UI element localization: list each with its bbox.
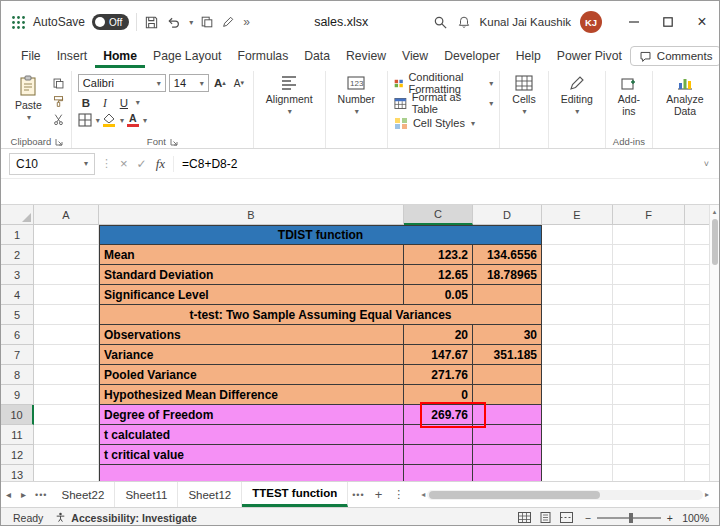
cell-E1[interactable]: [542, 225, 613, 245]
cell-D4[interactable]: [473, 285, 542, 305]
cell-B11[interactable]: t calculated: [99, 425, 404, 445]
row-header-3[interactable]: 3: [1, 265, 34, 285]
new-sheet-icon[interactable]: +: [369, 487, 389, 502]
paste-dropdown-icon[interactable]: ▾: [27, 113, 31, 122]
cell-A4[interactable]: [34, 285, 99, 305]
tab-file[interactable]: File: [13, 45, 49, 68]
insert-function-icon[interactable]: fx: [156, 156, 165, 172]
cell-F12[interactable]: [613, 445, 685, 465]
font-color-dropdown-icon[interactable]: ▾: [143, 116, 147, 125]
cell-D2[interactable]: 134.6556: [473, 245, 542, 265]
cell-A9[interactable]: [34, 385, 99, 405]
cell-G1[interactable]: [685, 225, 711, 245]
document-title[interactable]: sales.xlsx: [250, 15, 433, 29]
cell-A13[interactable]: [34, 465, 99, 481]
row-header-8[interactable]: 8: [1, 365, 34, 385]
addins-button[interactable]: Add-ins: [612, 74, 646, 118]
cell-B5-merged[interactable]: t-test: Two Sample Assuming Equal Varian…: [99, 305, 542, 325]
search-icon[interactable]: [433, 15, 448, 30]
row-header-9[interactable]: 9: [1, 385, 34, 405]
row-header-5[interactable]: 5: [1, 305, 34, 325]
font-color-button[interactable]: A: [127, 113, 139, 127]
sheet-prev-icon[interactable]: ◂: [1, 489, 16, 500]
cell-D11[interactable]: [473, 425, 542, 445]
cell-F6[interactable]: [613, 325, 685, 345]
cell-B12[interactable]: t critical value: [99, 445, 404, 465]
zoom-slider-knob[interactable]: [629, 513, 633, 523]
cell-E2[interactable]: [542, 245, 613, 265]
dialog-launcher-icon[interactable]: [55, 138, 63, 146]
cell-A11[interactable]: [34, 425, 99, 445]
tab-help[interactable]: Help: [508, 45, 549, 68]
underline-button[interactable]: U: [116, 94, 132, 111]
cell-B13[interactable]: [99, 465, 404, 481]
format-as-table-button[interactable]: Format as Table ▾: [394, 94, 493, 112]
tab-insert[interactable]: Insert: [49, 45, 95, 68]
cell-G4[interactable]: [685, 285, 711, 305]
cell-F5[interactable]: [613, 305, 685, 325]
cell-A10[interactable]: [34, 405, 99, 425]
bold-button[interactable]: B: [78, 94, 94, 111]
cell-B1-merged[interactable]: TDIST function: [99, 225, 542, 245]
save-icon[interactable]: [144, 15, 159, 30]
row-header-4[interactable]: 4: [1, 285, 34, 305]
analyze-data-button[interactable]: Analyze Data: [659, 74, 711, 118]
formula-bar-handle-icon[interactable]: ⋮: [95, 157, 118, 170]
column-header-partial[interactable]: [685, 205, 711, 225]
horizontal-scroll-track[interactable]: [427, 490, 703, 500]
cell-B3[interactable]: Standard Deviation: [99, 265, 404, 285]
column-header-A[interactable]: A: [34, 205, 99, 225]
row-header-7[interactable]: 7: [1, 345, 34, 365]
cell-G2[interactable]: [685, 245, 711, 265]
accessibility-status[interactable]: Accessibility: Investigate: [55, 512, 196, 524]
cell-A12[interactable]: [34, 445, 99, 465]
sheet-tab-ttest-function[interactable]: TTEST function: [242, 482, 348, 507]
grow-font-button[interactable]: A▴: [212, 75, 228, 92]
cell-F8[interactable]: [613, 365, 685, 385]
cell-D13[interactable]: [473, 465, 542, 481]
cell-D3[interactable]: 18.78965: [473, 265, 542, 285]
row-header-1[interactable]: 1: [1, 225, 34, 245]
cell-G10[interactable]: [685, 405, 711, 425]
cell-E7[interactable]: [542, 345, 613, 365]
cell-E4[interactable]: [542, 285, 613, 305]
cell-G3[interactable]: [685, 265, 711, 285]
row-header-13[interactable]: 13: [1, 465, 34, 481]
cell-B6[interactable]: Observations: [99, 325, 404, 345]
cell-C7[interactable]: 147.67: [404, 345, 473, 365]
cell-G7[interactable]: [685, 345, 711, 365]
formula-bar-expand-icon[interactable]: ˅: [698, 159, 715, 169]
cell-A3[interactable]: [34, 265, 99, 285]
cell-E6[interactable]: [542, 325, 613, 345]
zoom-out-icon[interactable]: −: [585, 512, 591, 524]
bell-icon[interactable]: [457, 15, 471, 29]
cell-F9[interactable]: [613, 385, 685, 405]
scroll-right-icon[interactable]: ▸: [703, 490, 711, 499]
confirm-entry-icon[interactable]: ✓: [137, 157, 147, 171]
cell-B10[interactable]: Degree of Freedom: [99, 405, 404, 425]
borders-icon[interactable]: [78, 113, 92, 127]
format-painter-icon[interactable]: [52, 95, 65, 108]
cell-C2[interactable]: 123.2: [404, 245, 473, 265]
fill-color-dropdown-icon[interactable]: ▾: [120, 116, 124, 125]
tab-formulas[interactable]: Formulas: [229, 45, 296, 68]
cell-F10[interactable]: [613, 405, 685, 425]
cell-E8[interactable]: [542, 365, 613, 385]
app-launcher-icon[interactable]: [11, 15, 26, 30]
cell-B9[interactable]: Hypothesized Mean Difference: [99, 385, 404, 405]
sheet-tab-sheet12[interactable]: Sheet12: [178, 482, 242, 507]
cell-F1[interactable]: [613, 225, 685, 245]
zoom-slider[interactable]: [597, 517, 661, 519]
tab-home[interactable]: Home: [95, 45, 145, 68]
cell-C6[interactable]: 20: [404, 325, 473, 345]
cell-A5[interactable]: [34, 305, 99, 325]
horizontal-scrollbar[interactable]: ◂ ▸: [419, 489, 711, 501]
cell-G13[interactable]: [685, 465, 711, 481]
qat-overflow-icon[interactable]: »: [243, 15, 250, 29]
font-size-combo[interactable]: 14▾: [169, 74, 209, 92]
avatar[interactable]: KJ: [580, 11, 602, 33]
cell-F2[interactable]: [613, 245, 685, 265]
number-button[interactable]: 123 Number ▾: [332, 74, 381, 117]
paste-button[interactable]: Paste ▾: [9, 74, 48, 123]
cell-F13[interactable]: [613, 465, 685, 481]
